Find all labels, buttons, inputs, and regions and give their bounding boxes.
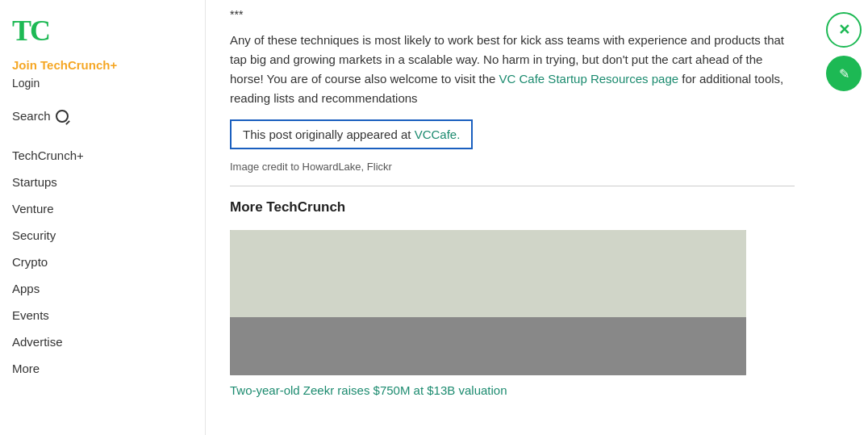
vc-cafe-link[interactable]: VC Cafe Startup Resources page: [499, 72, 679, 86]
sidebar-item-advertise[interactable]: Advertise: [12, 328, 193, 355]
article-card: ZEEKR Two-year-old Zeekr raises $750M at…: [230, 230, 746, 398]
login-link[interactable]: Login: [12, 77, 193, 90]
ground-background: [230, 317, 746, 375]
article-body: *** Any of these techniques is most like…: [230, 8, 795, 398]
article-caption-link[interactable]: Two-year-old Zeekr raises $750M at $13B …: [230, 383, 507, 397]
close-button[interactable]: ✕: [826, 12, 862, 48]
sidebar-item-more[interactable]: More: [12, 355, 193, 382]
originally-appeared-text: This post originally appeared at: [243, 128, 415, 141]
vccafe-link[interactable]: VCCafe.: [415, 128, 461, 141]
logo-text: TC: [12, 15, 49, 47]
divider: [230, 186, 795, 186]
sidebar-item-events[interactable]: Events: [12, 302, 193, 328]
image-credit: Image credit to HowardLake, Flickr: [230, 161, 795, 173]
search-label: Search: [12, 109, 51, 123]
right-panel: ✕ ✎: [820, 0, 868, 435]
article-paragraph: Any of these techniques is most likely t…: [230, 31, 795, 108]
more-tc-heading: More TechCrunch: [230, 199, 795, 215]
search-button[interactable]: Search: [12, 104, 193, 128]
article-ellipsis: ***: [230, 8, 795, 21]
sidebar-item-crypto[interactable]: Crypto: [12, 249, 193, 275]
edit-button[interactable]: ✎: [826, 56, 862, 91]
originally-appeared-box: This post originally appeared at VCCafe.: [230, 119, 473, 149]
sidebar-item-security[interactable]: Security: [12, 222, 193, 249]
sidebar-item-techcrunchplus[interactable]: TechCrunch+: [12, 142, 193, 169]
sidebar: TC Join TechCrunch+ Login Search TechCru…: [0, 0, 206, 435]
search-icon: [56, 110, 69, 123]
sidebar-item-startups[interactable]: Startups: [12, 169, 193, 195]
sidebar-item-apps[interactable]: Apps: [12, 275, 193, 302]
article-image: ZEEKR: [230, 230, 746, 375]
sky-background: [230, 230, 746, 317]
logo-container: TC: [12, 16, 193, 45]
join-link[interactable]: Join TechCrunch+: [12, 58, 193, 72]
building-scene: ZEEKR: [230, 230, 746, 375]
logo: TC: [12, 16, 49, 45]
main-content: *** Any of these techniques is most like…: [206, 0, 820, 435]
sidebar-item-venture[interactable]: Venture: [12, 195, 193, 222]
